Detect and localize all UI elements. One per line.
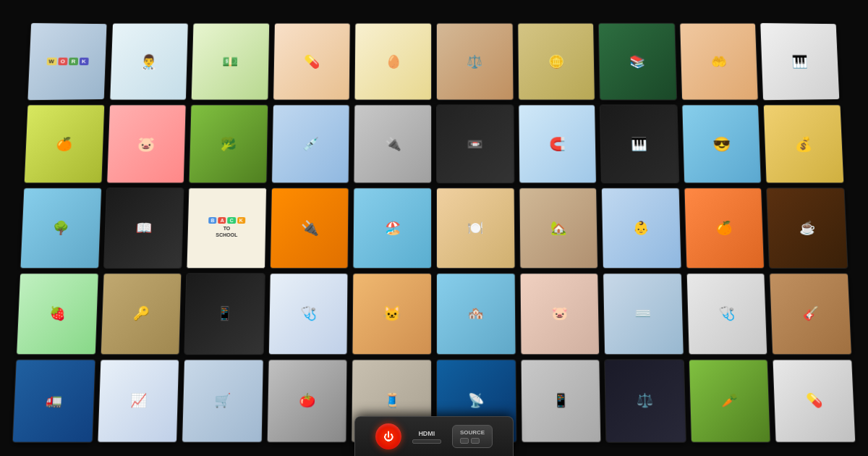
screen-12: 🐷 <box>106 105 187 184</box>
screen-49: 🥕 <box>689 359 771 442</box>
hdmi-label: HDMI <box>418 430 435 437</box>
screen-35: 🐱 <box>352 273 432 355</box>
screen-48: ⚖️ <box>604 359 686 442</box>
screen-back-to-school: B A C K TOSCHOOL <box>187 188 267 269</box>
screen-42: 📈 <box>97 359 179 442</box>
screen-1: W O R K <box>27 22 107 101</box>
screen-5: 🥚 <box>354 23 432 101</box>
screen-2: 👨‍⚕️ <box>109 23 189 101</box>
screen-20: 💰 <box>763 105 844 184</box>
screen-15: 🔌 <box>354 105 432 184</box>
screen-50: 💊 <box>773 359 856 442</box>
screen-38: ⌨️ <box>603 273 684 355</box>
source-label: SOURCE <box>460 429 485 436</box>
screen-43: 🛒 <box>182 359 263 442</box>
screen-28: 👶 <box>601 188 681 269</box>
screen-26: 🍽️ <box>436 188 515 269</box>
screen-25: 🏖️ <box>353 188 432 269</box>
screen-34: 🩺 <box>268 273 349 355</box>
screen-11: 🍊 <box>24 105 105 184</box>
screen-8: 📚 <box>598 23 677 101</box>
power-icon: ⏻ <box>383 431 393 442</box>
remote-control: ⏻ HDMI SOURCE <box>354 416 514 456</box>
screen-31: 🍓 <box>16 273 98 355</box>
screen-18: 🎹 <box>600 105 679 184</box>
screen-19: 😎 <box>681 105 762 184</box>
screen-24: 🔌 <box>270 188 349 269</box>
screen-3: 💵 <box>191 23 270 101</box>
screen-33: 📱 <box>184 273 265 355</box>
screen-39: 🩺 <box>686 273 767 355</box>
power-button[interactable]: ⏻ <box>375 423 401 449</box>
screen-22: 📖 <box>103 188 184 269</box>
screen-10: 🎹 <box>760 22 841 101</box>
screen-4: 💊 <box>273 23 351 101</box>
screen-27: 🏡 <box>519 188 598 269</box>
tv-wall: W O R K 👨‍⚕️ 💵 💊 <box>0 0 868 456</box>
screen-41: 🚛 <box>12 359 95 442</box>
screen-7: 🪙 <box>517 23 595 101</box>
screen-36: 🏘️ <box>436 273 516 355</box>
source-button[interactable]: SOURCE <box>452 425 493 448</box>
screen-14: 💉 <box>271 105 350 184</box>
screen-44: 🍅 <box>267 359 348 442</box>
screen-40: 🎸 <box>770 273 852 355</box>
screen-29: 🍊 <box>684 188 765 269</box>
screen-17: 🧲 <box>518 105 597 184</box>
screen-6: ⚖️ <box>436 23 514 101</box>
screen-grid: W O R K 👨‍⚕️ 💵 💊 <box>12 23 856 443</box>
screen-21: 🌳 <box>20 188 102 269</box>
screen-37: 🐷 <box>519 273 600 355</box>
screen-30: ☕ <box>766 188 848 269</box>
screen-16: 📼 <box>436 105 514 184</box>
screen-13: 🥦 <box>189 105 268 184</box>
screen-47: 📱 <box>520 359 601 442</box>
screen-9: 🤲 <box>679 23 759 101</box>
screen-32: 🔑 <box>100 273 182 355</box>
